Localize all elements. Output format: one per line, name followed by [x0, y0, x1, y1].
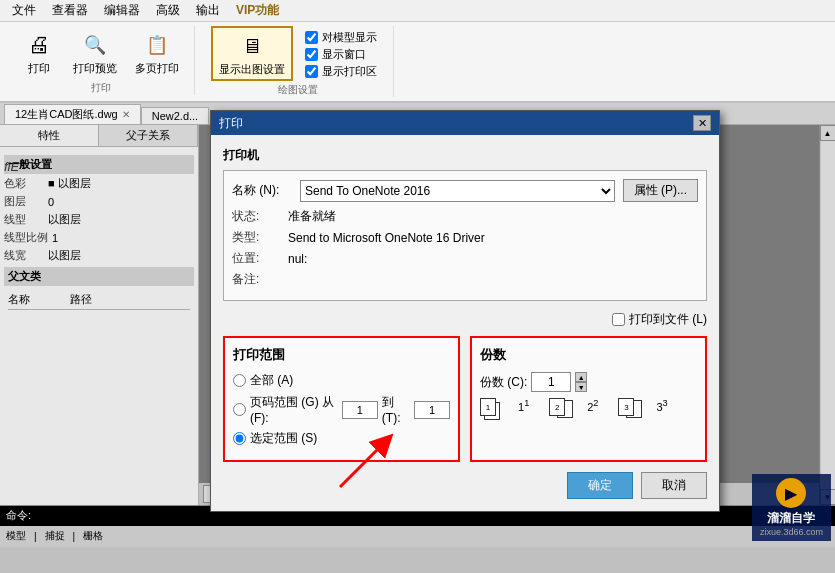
cancel-button[interactable]: 取消: [641, 472, 707, 499]
page-to-input[interactable]: [414, 401, 450, 419]
two-panels: 打印范围 全部 (A) 页码范围 (G) 从 (F): 到 (T):: [223, 336, 707, 462]
dialog-close-button[interactable]: ✕: [693, 115, 711, 131]
printer-section: 名称 (N): Send To OneNote 2016 属性 (P)... 状…: [223, 170, 707, 301]
status-value: 准备就绪: [288, 208, 336, 225]
collate-set-1: 1: [480, 398, 496, 416]
copies-down-button[interactable]: ▼: [575, 382, 587, 392]
print-to-file-label: 打印到文件 (L): [629, 311, 707, 328]
print-range-title: 打印范围: [233, 346, 450, 364]
copies-input[interactable]: [531, 372, 571, 392]
radio-selection: 选定范围 (S): [233, 430, 450, 447]
dialog-title: 打印: [219, 115, 243, 132]
copies-count-row: 份数 (C): ▲ ▼: [480, 372, 697, 392]
radio-all: 全部 (A): [233, 372, 450, 389]
copies-box: 份数 份数 (C): ▲ ▼ 1: [470, 336, 707, 462]
radio-page-range[interactable]: [233, 403, 246, 416]
printer-location-row: 位置: nul:: [232, 250, 698, 267]
dialog-body: 打印机 名称 (N): Send To OneNote 2016 属性 (P).…: [211, 135, 719, 511]
dialog-buttons: 确定 取消: [223, 472, 707, 499]
radio-selection-input[interactable]: [233, 432, 246, 445]
type-value: Send to Microsoft OneNote 16 Driver: [288, 231, 485, 245]
page-to-label: 到 (T):: [382, 394, 410, 425]
ok-button[interactable]: 确定: [567, 472, 633, 499]
radio-selection-label: 选定范围 (S): [250, 430, 317, 447]
radio-all-label: 全部 (A): [250, 372, 293, 389]
printer-type-row: 类型: Send to Microsoft OneNote 16 Driver: [232, 229, 698, 246]
collate-images: 1 11 2 22 3 33: [480, 398, 697, 416]
collate-set-3: 3: [618, 398, 634, 416]
watermark-brand: 溜溜自学: [767, 510, 815, 527]
printer-properties-button[interactable]: 属性 (P)...: [623, 179, 698, 202]
page-from-input[interactable]: [342, 401, 378, 419]
location-label: 位置:: [232, 250, 282, 267]
copies-label: 份数 (C):: [480, 374, 527, 391]
page-range-label: 页码范围 (G) 从 (F):: [250, 394, 338, 425]
page-icon-1a: 1: [480, 398, 496, 416]
location-value: nul:: [288, 252, 307, 266]
watermark-url: zixue.3d66.com: [760, 527, 823, 537]
watermark-logo: ▶: [776, 478, 806, 508]
page-icon-3a: 3: [618, 398, 634, 416]
page-range-row: 页码范围 (G) 从 (F): 到 (T):: [233, 394, 450, 425]
comment-label: 备注:: [232, 271, 282, 288]
watermark: ▶ 溜溜自学 zixue.3d66.com: [752, 474, 831, 541]
dialog-title-bar: 打印 ✕: [211, 111, 719, 135]
printer-section-title: 打印机: [223, 147, 707, 164]
print-to-file-row: 打印到文件 (L): [223, 311, 707, 328]
printer-name-row: 名称 (N): Send To OneNote 2016 属性 (P)...: [232, 179, 698, 202]
print-range-box: 打印范围 全部 (A) 页码范围 (G) 从 (F): 到 (T):: [223, 336, 460, 462]
dialog-overlay: 打印 ✕ 打印机 名称 (N): Send To OneNote 2016 属性…: [0, 0, 835, 573]
copies-spinner: ▲ ▼: [575, 372, 587, 392]
print-to-file-checkbox[interactable]: [612, 313, 625, 326]
status-label: 状态:: [232, 208, 282, 225]
type-label: 类型:: [232, 229, 282, 246]
copies-title: 份数: [480, 346, 697, 364]
copies-up-button[interactable]: ▲: [575, 372, 587, 382]
printer-status-row: 状态: 准备就绪: [232, 208, 698, 225]
collate-set-2: 2: [549, 398, 565, 416]
printer-name-select[interactable]: Send To OneNote 2016: [300, 180, 615, 202]
radio-all-input[interactable]: [233, 374, 246, 387]
printer-comment-row: 备注:: [232, 271, 698, 288]
print-dialog: 打印 ✕ 打印机 名称 (N): Send To OneNote 2016 属性…: [210, 110, 720, 512]
page-icon-2a: 2: [549, 398, 565, 416]
printer-name-label: 名称 (N):: [232, 182, 292, 199]
